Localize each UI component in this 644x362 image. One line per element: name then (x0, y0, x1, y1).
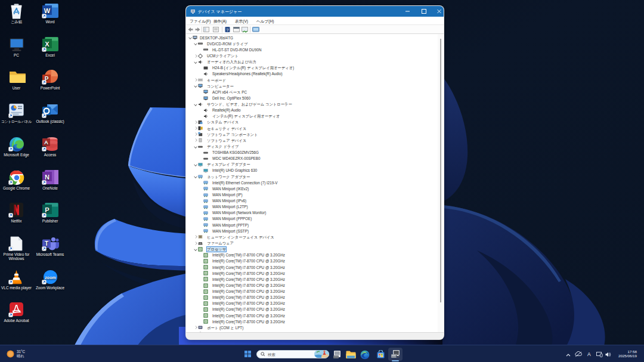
svg-text:A: A (44, 139, 48, 146)
svg-text:X: X (45, 40, 49, 47)
svg-text:?: ? (227, 28, 229, 32)
svg-text:zoom: zoom (45, 275, 55, 279)
svg-text:P: P (45, 206, 49, 214)
svg-text:W: W (44, 7, 51, 14)
svg-text:N: N (45, 173, 49, 180)
